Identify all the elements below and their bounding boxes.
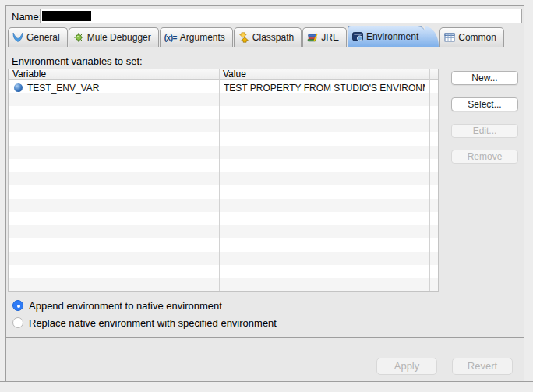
radio-replace-environment[interactable]: Replace native environment with specifie… xyxy=(12,316,277,329)
tab-label: Arguments xyxy=(180,32,225,43)
column-divider xyxy=(219,69,220,291)
bug-icon xyxy=(73,32,84,43)
name-label: Name: xyxy=(12,11,41,23)
common-icon xyxy=(444,32,455,43)
tab-label: Classpath xyxy=(252,32,294,43)
jre-icon xyxy=(307,32,318,43)
launch-config-panel: Name: General Mule Debugger (x)= Argumen… xyxy=(5,5,524,381)
tab-arguments[interactable]: (x)= Arguments xyxy=(160,27,233,47)
tab-common[interactable]: Common xyxy=(439,27,504,47)
remove-button[interactable]: Remove xyxy=(451,150,518,164)
column-divider xyxy=(429,69,430,291)
tab-label: Common xyxy=(458,32,496,43)
column-header-variable[interactable]: Variable xyxy=(9,69,219,79)
select-button[interactable]: Select... xyxy=(451,97,518,111)
tab-mule-debugger[interactable]: Mule Debugger xyxy=(69,27,159,47)
tab-label: JRE xyxy=(321,32,339,43)
revert-button[interactable]: Revert xyxy=(452,358,513,375)
tab-environment[interactable]: Environment xyxy=(348,26,425,47)
tab-label: General xyxy=(26,32,60,43)
classpath-icon xyxy=(238,32,249,43)
table-row[interactable]: TEST_ENV_VAR TEST PROPERTY FROM STUDIO'S… xyxy=(9,81,438,94)
table-header: Variable Value xyxy=(9,69,438,80)
radio-unselected-icon[interactable] xyxy=(12,317,23,328)
name-input[interactable] xyxy=(40,9,522,23)
section-label: Environment variables to set: xyxy=(12,55,143,67)
variable-cell: TEST_ENV_VAR xyxy=(27,83,99,94)
column-header-filler xyxy=(429,69,438,79)
tab-classpath[interactable]: Classpath xyxy=(234,27,302,47)
tab-bar: General Mule Debugger (x)= Arguments Cla… xyxy=(8,26,522,47)
redacted-name-value xyxy=(42,11,91,21)
tab-label: Environment xyxy=(366,31,418,42)
env-variables-table[interactable]: Variable Value TEST_ENV_VAR TEST PROPERT… xyxy=(8,69,439,292)
new-button[interactable]: New... xyxy=(451,71,518,85)
mule-general-icon xyxy=(12,32,23,43)
window-bottom-divider xyxy=(0,381,533,382)
tab-label: Mule Debugger xyxy=(87,32,151,43)
column-header-value[interactable]: Value xyxy=(219,69,429,79)
arguments-icon: (x)= xyxy=(164,34,177,42)
radio-label: Append environment to native environment xyxy=(29,300,222,312)
blue-sphere-icon xyxy=(14,83,23,92)
apply-button[interactable]: Apply xyxy=(376,358,437,375)
radio-append-environment[interactable]: Append environment to native environment xyxy=(12,299,222,312)
radio-selected-icon[interactable] xyxy=(12,300,23,311)
tab-general[interactable]: General xyxy=(8,27,68,47)
environment-tab-content: Environment variables to set: Variable V… xyxy=(6,47,524,338)
environment-icon xyxy=(352,31,363,42)
value-cell: TEST PROPERTY FROM STUDIO'S ENVIRONM... xyxy=(224,83,425,94)
tab-jre[interactable]: JRE xyxy=(302,27,347,47)
radio-label: Replace native environment with specifie… xyxy=(29,317,277,329)
edit-button[interactable]: Edit... xyxy=(451,124,518,138)
